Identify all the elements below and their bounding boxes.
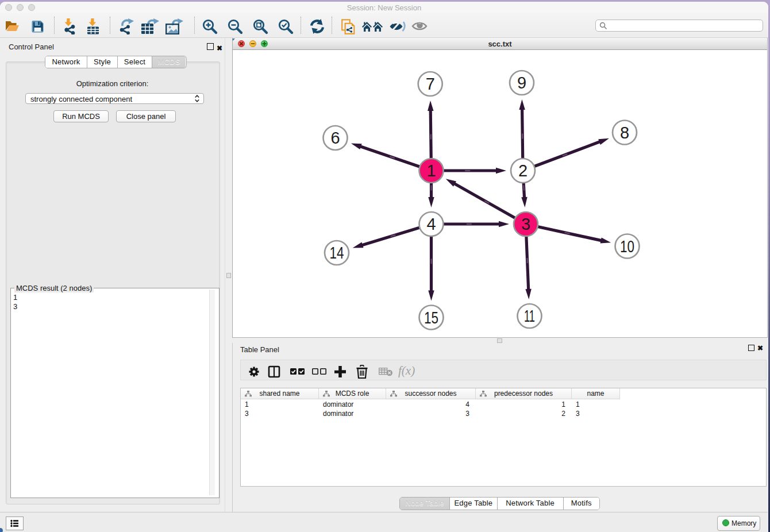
svg-text:1: 1 [426,161,436,180]
svg-text:15: 15 [424,309,438,327]
svg-text:6: 6 [330,129,340,147]
svg-text:2: 2 [518,161,528,180]
svg-text:11: 11 [524,307,535,325]
svg-text:4: 4 [426,215,436,233]
svg-text:8: 8 [620,124,629,142]
svg-text:3: 3 [521,215,530,233]
svg-text:9: 9 [517,74,526,92]
svg-text:14: 14 [330,244,344,262]
svg-text:10: 10 [620,237,634,256]
svg-text:7: 7 [426,75,435,93]
